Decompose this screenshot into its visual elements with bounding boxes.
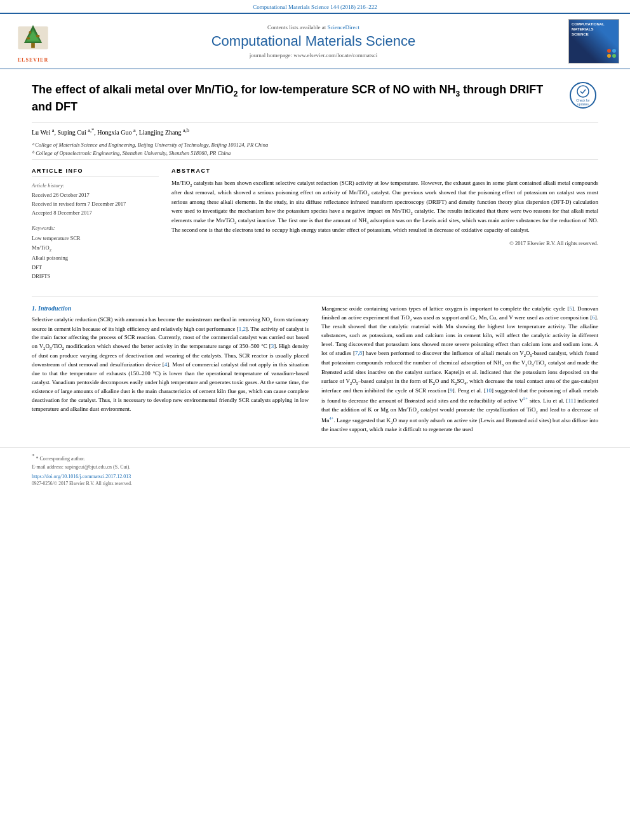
right-body-column: Manganese oxide containing various types… xyxy=(321,305,598,435)
check-updates-label: Check forupdates xyxy=(576,98,589,106)
affiliation-a: ᵃ College of Materials Science and Engin… xyxy=(32,141,598,149)
svg-point-8 xyxy=(29,31,31,34)
journal-header: 🌿 ELSEVIER Contents lists available at xyxy=(0,13,630,69)
journal-homepage: journal homepage: www.elsevier.com/locat… xyxy=(65,52,562,58)
introduction-column: 1. Introduction Selective catalytic redu… xyxy=(32,305,309,435)
copyright: © 2017 Elsevier B.V. All rights reserved… xyxy=(171,240,598,246)
svg-rect-2 xyxy=(31,43,35,48)
dot-2 xyxy=(612,49,616,53)
email-note: E-mail address: supingcui@bjut.edu.cn (S… xyxy=(32,464,598,470)
cover-inner: COMPUTATIONALMATERIALSSCIENCE xyxy=(569,20,619,63)
footnote-star: * xyxy=(32,453,35,459)
article-title-section: The effect of alkali metal over Mn/TiO2 … xyxy=(32,69,598,123)
article-title: The effect of alkali metal over Mn/TiO2 … xyxy=(32,82,563,116)
main-content: The effect of alkali metal over Mn/TiO2 … xyxy=(0,69,630,447)
keyword-1: Low temperature SCR xyxy=(32,234,159,243)
dot-3 xyxy=(607,54,611,58)
check-for-updates-section: Check forupdates xyxy=(570,82,598,110)
journal-header-center: Contents lists available at ScienceDirec… xyxy=(65,24,562,58)
section-divider xyxy=(32,297,598,297)
received-date: Received 26 October 2017 xyxy=(32,191,159,200)
elsevier-logo: 🌿 ELSEVIER xyxy=(8,20,58,63)
intro-body-text: Selective catalytic reduction (SCR) with… xyxy=(32,316,309,414)
authors-section: Lu Wei a, Suping Cui a,*, Hongxia Guo a,… xyxy=(32,123,598,138)
keyword-4: DFT xyxy=(32,263,159,272)
abstract-heading: ABSTRACT xyxy=(171,168,598,174)
svg-point-6 xyxy=(27,37,30,39)
email-suffix: (S. Cui). xyxy=(113,464,130,470)
elsevier-brand-text: ELSEVIER xyxy=(18,57,48,63)
homepage-text: journal homepage: www.elsevier.com/locat… xyxy=(250,52,377,58)
email-label: E-mail address: xyxy=(32,464,64,470)
sciencedirect-label[interactable]: ScienceDirect xyxy=(328,24,359,30)
cover-decoration xyxy=(607,49,616,58)
page-container: Computational Materials Science 144 (201… xyxy=(0,0,630,840)
article-history: Article history: Received 26 October 201… xyxy=(32,182,159,217)
elsevier-logo-section: 🌿 ELSEVIER xyxy=(8,20,58,63)
dot-4 xyxy=(612,54,616,58)
footer: * * Corresponding author. E-mail address… xyxy=(0,447,630,491)
svg-point-9 xyxy=(577,86,589,97)
keywords-section: Keywords: Low temperature SCR Mn/TiO2 Al… xyxy=(32,225,159,281)
history-label: Article history: xyxy=(32,182,159,189)
article-info-abstract: ARTICLE INFO Article history: Received 2… xyxy=(32,159,598,288)
abstract-text: Mn/TiO2 catalysts has been shown excelle… xyxy=(171,179,598,234)
received-revised-date: Received in revised form 7 December 2017 xyxy=(32,200,159,209)
email-address[interactable]: supingcui@bjut.edu.cn xyxy=(65,464,112,470)
right-body-text: Manganese oxide containing various types… xyxy=(321,305,598,435)
cover-text: COMPUTATIONALMATERIALSSCIENCE xyxy=(572,22,616,37)
keyword-5: DRIFTS xyxy=(32,272,159,281)
corresponding-label: * Corresponding author. xyxy=(36,456,86,462)
journal-cover-image: COMPUTATIONALMATERIALSSCIENCE xyxy=(568,19,622,63)
keyword-2: Mn/TiO2 xyxy=(32,243,159,254)
check-updates-icon xyxy=(577,85,589,98)
article-title-text: The effect of alkali metal over Mn/TiO2 … xyxy=(32,82,563,116)
authors: Lu Wei a, Suping Cui a,*, Hongxia Guo a,… xyxy=(32,128,598,136)
keyword-3: Alkali poisoning xyxy=(32,253,159,262)
journal-cover: COMPUTATIONALMATERIALSSCIENCE xyxy=(568,19,619,63)
corresponding-author-note: * * Corresponding author. xyxy=(32,453,598,462)
affiliations: ᵃ College of Materials Science and Engin… xyxy=(32,138,598,160)
elsevier-tree-icon: 🌿 xyxy=(14,20,52,55)
intro-section-title: 1. Introduction xyxy=(32,305,309,312)
journal-title: Computational Materials Science xyxy=(65,33,562,50)
body-content: 1. Introduction Selective catalytic redu… xyxy=(32,305,598,448)
keywords-label: Keywords: xyxy=(32,225,159,231)
journal-reference: Computational Materials Science 144 (201… xyxy=(253,4,377,10)
issn-text: 0927-0256/© 2017 Elsevier B.V. All right… xyxy=(32,481,598,486)
accepted-date: Accepted 8 December 2017 xyxy=(32,209,159,218)
contents-available-text: Contents lists available at xyxy=(267,24,326,30)
journal-reference-bar: Computational Materials Science 144 (201… xyxy=(0,0,630,13)
affiliation-b: ᵇ College of Optoelectronic Engineering,… xyxy=(32,149,598,157)
sciencedirect-link: Contents lists available at ScienceDirec… xyxy=(65,24,562,30)
abstract-column: ABSTRACT Mn/TiO2 catalysts has been show… xyxy=(171,168,598,281)
check-updates-badge[interactable]: Check forupdates xyxy=(570,82,596,109)
dot-1 xyxy=(607,49,611,53)
article-info-column: ARTICLE INFO Article history: Received 2… xyxy=(32,168,159,281)
svg-point-7 xyxy=(36,34,40,37)
article-info-heading: ARTICLE INFO xyxy=(32,168,159,177)
doi-link[interactable]: https://doi.org/10.1016/j.commatsci.2017… xyxy=(32,474,598,479)
